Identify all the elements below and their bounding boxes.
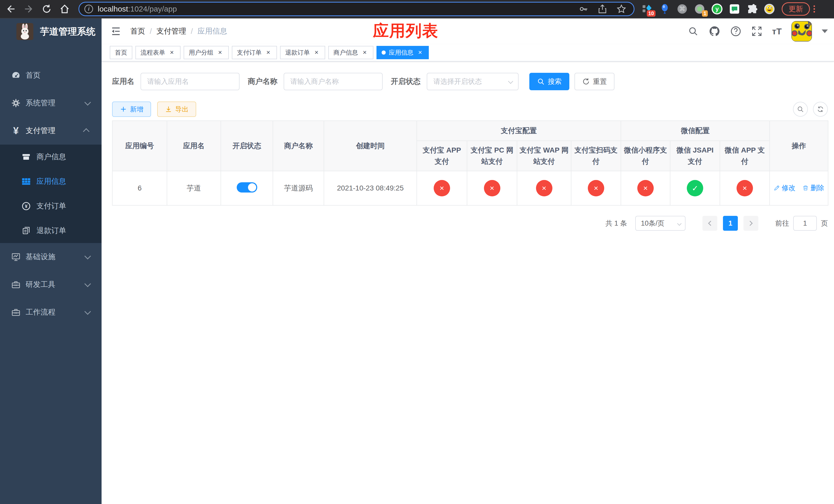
- col-wx-lite: 微信小程序支付: [621, 141, 670, 171]
- fullscreen-icon[interactable]: [751, 26, 763, 37]
- close-icon[interactable]: ×: [313, 49, 320, 56]
- delete-link[interactable]: 删除: [802, 183, 824, 192]
- add-button[interactable]: 新增: [112, 101, 151, 117]
- sidebar-item-home[interactable]: 首页: [0, 62, 102, 89]
- group-header-wechat: 微信配置: [621, 121, 770, 141]
- sidebar-item-dev-tools[interactable]: 研发工具: [0, 271, 102, 298]
- sidebar-item-label: 基础设施: [26, 252, 85, 262]
- merchant-name-input[interactable]: [284, 73, 382, 90]
- refresh-icon: [582, 78, 590, 85]
- breadcrumb-payment[interactable]: 支付管理: [156, 26, 186, 37]
- close-icon[interactable]: ×: [361, 49, 368, 56]
- chevron-down-icon: [84, 253, 91, 259]
- tab-refund-orders[interactable]: 退款订单×: [280, 46, 325, 59]
- pikachu-avatar-icon: [791, 21, 812, 42]
- table-toolbar: 新增 导出: [112, 101, 828, 117]
- page-size-select[interactable]: 10条/页: [635, 216, 685, 231]
- github-icon[interactable]: [708, 25, 720, 37]
- sidebar-item-merchant-info[interactable]: 商户信息: [0, 144, 102, 169]
- extension-recorder[interactable]: 1: [694, 3, 705, 15]
- tab-app-info[interactable]: 应用信息×: [376, 46, 429, 59]
- puzzle-icon: [746, 3, 758, 15]
- sidebar-item-pay-orders[interactable]: ¥ 支付订单: [0, 194, 102, 219]
- sidebar-item-app-info[interactable]: 应用信息: [0, 169, 102, 194]
- col-merchant: 商户名称: [273, 121, 324, 171]
- bookmark-star-icon[interactable]: [616, 4, 627, 14]
- next-page-button[interactable]: [744, 216, 758, 231]
- sidebar-collapse-button[interactable]: [108, 24, 124, 39]
- search-icon[interactable]: [687, 26, 699, 37]
- extension-balloon[interactable]: [659, 3, 671, 15]
- tab-process-form[interactable]: 流程表单×: [135, 46, 180, 59]
- goto-page-input[interactable]: [793, 216, 817, 231]
- user-avatar[interactable]: [791, 21, 812, 42]
- extension-y-green[interactable]: y: [711, 3, 723, 15]
- sidebar-item-workflow[interactable]: 工作流程: [0, 298, 102, 326]
- col-app-id: 应用编号: [112, 121, 167, 171]
- help-icon[interactable]: [730, 26, 741, 37]
- edit-link[interactable]: 修改: [773, 183, 795, 192]
- goto-label: 前往: [775, 219, 789, 228]
- main-area: 首页 / 支付管理 / 应用信息 应用列表 тT 首页 流程表单× 用户分组× …: [102, 19, 834, 504]
- current-page[interactable]: 1: [723, 216, 738, 231]
- sidebar-logo[interactable]: 芋道管理系统: [0, 19, 102, 45]
- close-icon[interactable]: ×: [216, 49, 224, 56]
- browser-update-button[interactable]: 更新: [782, 2, 810, 16]
- sidebar: 芋道管理系统 首页 系统管理 ¥ 支付管理 商户信息: [0, 19, 102, 504]
- tab-pay-orders[interactable]: 支付订单×: [232, 46, 277, 59]
- export-button[interactable]: 导出: [157, 101, 196, 117]
- address-bar[interactable]: i localhost:1024/pay/app: [79, 2, 635, 16]
- top-navbar: 首页 / 支付管理 / 应用信息 应用列表 тT: [102, 19, 834, 44]
- browser-back-button[interactable]: [4, 2, 18, 16]
- url-text[interactable]: localhost:1024/pay/app: [98, 5, 578, 13]
- sidebar-item-refund-orders[interactable]: 退款订单: [0, 219, 102, 243]
- enable-status-select[interactable]: 请选择开启状态: [427, 73, 519, 90]
- cell-alipay-app: ×: [417, 171, 467, 205]
- reset-button[interactable]: 重置: [574, 73, 614, 90]
- cell-alipay-wap: ×: [517, 171, 571, 205]
- site-info-icon[interactable]: i: [84, 5, 93, 13]
- browser-menu-button[interactable]: [813, 5, 815, 13]
- tab-merchant-info[interactable]: 商户信息×: [328, 46, 373, 59]
- close-icon[interactable]: ×: [416, 49, 424, 56]
- sidebar-item-payment[interactable]: ¥ 支付管理: [0, 117, 102, 144]
- sidebar-item-label: 支付订单: [37, 201, 66, 211]
- sidebar-item-infrastructure[interactable]: 基础设施: [0, 243, 102, 271]
- sidebar-item-system[interactable]: 系统管理: [0, 89, 102, 117]
- browser-forward-button[interactable]: [22, 2, 36, 16]
- extensions-puzzle-button[interactable]: [746, 3, 758, 15]
- prev-page-button[interactable]: [702, 216, 717, 231]
- toggle-search-button[interactable]: [793, 102, 808, 117]
- breadcrumb-home[interactable]: 首页: [130, 26, 145, 37]
- status-alipay-pc-icon: ×: [484, 180, 500, 197]
- extension-sketch[interactable]: 10: [642, 3, 653, 15]
- share-icon[interactable]: [597, 4, 608, 14]
- navbar-right-icons: тT: [687, 19, 828, 44]
- gear-icon: [10, 98, 22, 108]
- app-name-input[interactable]: [140, 73, 240, 90]
- chevron-down-icon[interactable]: [822, 29, 828, 33]
- cell-wx-lite: ×: [621, 171, 670, 205]
- close-icon[interactable]: ×: [265, 49, 272, 56]
- extension-badge: 1: [702, 10, 708, 17]
- enable-toggle[interactable]: [237, 182, 257, 192]
- status-wx-app-icon: ×: [737, 180, 753, 197]
- password-key-icon[interactable]: [578, 4, 589, 14]
- close-icon[interactable]: ×: [168, 49, 175, 56]
- col-wx-app: 微信 APP 支付: [720, 141, 770, 171]
- extension-command[interactable]: ⌘: [677, 3, 688, 15]
- browser-profile-avatar[interactable]: [764, 3, 775, 15]
- refresh-table-button[interactable]: [813, 102, 828, 117]
- tab-home[interactable]: 首页: [110, 46, 132, 59]
- reload-icon: [41, 3, 52, 15]
- font-size-icon[interactable]: тT: [772, 26, 782, 37]
- extension-chat[interactable]: [729, 3, 740, 15]
- cell-alipay-pc: ×: [467, 171, 517, 205]
- search-button[interactable]: 搜索: [529, 73, 569, 90]
- tab-user-group[interactable]: 用户分组×: [184, 46, 229, 59]
- chevron-down-icon: [677, 222, 682, 226]
- home-icon: [59, 3, 70, 15]
- sidebar-item-label: 支付管理: [26, 125, 85, 136]
- browser-home-button[interactable]: [58, 2, 72, 16]
- browser-reload-button[interactable]: [40, 2, 54, 16]
